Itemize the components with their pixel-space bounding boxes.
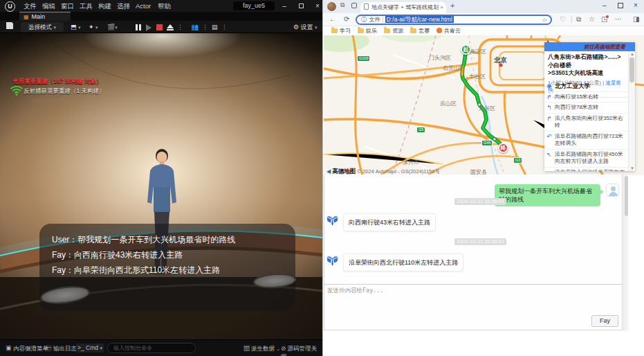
route-step[interactable]: ↗沿阜石路入口途经阜石路向东行驶377米向右前方行驶进入匝道: [544, 168, 628, 172]
ue-menu-select[interactable]: 选择: [117, 2, 130, 11]
favorite-star-icon[interactable]: ☆: [542, 17, 547, 24]
source-control-label: 源码管理关闭: [281, 345, 317, 356]
route-step[interactable]: ↱沿八角东街向南行驶352米右转: [544, 114, 628, 132]
ue-maximize-button[interactable]: [295, 1, 306, 10]
route-step[interactable]: ↱向南行驶15米右转: [544, 92, 628, 103]
route-end-marker[interactable]: 终: [498, 143, 508, 153]
cinematics-button[interactable]: 🎬▾: [107, 22, 118, 32]
route-start-marker[interactable]: 起: [461, 44, 471, 55]
tab-close-icon[interactable]: ×: [440, 2, 443, 13]
refresh-icon[interactable]: ⟳: [344, 15, 349, 23]
ue-menu-file[interactable]: 文件: [24, 2, 37, 11]
route-step[interactable]: ◉北方工业大学: [544, 81, 628, 92]
browser-tab-active[interactable]: 地点关键字 + 驾车路线规划 ×: [360, 2, 446, 13]
scroll-down-icon[interactable]: ▼: [629, 166, 635, 171]
multi-user-button[interactable]: 👥: [191, 22, 199, 32]
map-label-haidian: 海淀区: [470, 48, 486, 55]
amap-logo-icon: ◀: [326, 168, 331, 175]
derived-data-label: 派生数据: [251, 345, 275, 352]
chat-scrollbar[interactable]: [623, 175, 628, 330]
ue-menu-window[interactable]: 窗口: [61, 2, 74, 11]
route-step[interactable]: ↰向西行驶78米左转: [544, 103, 628, 114]
map-label-mentougou: 门头沟区: [429, 54, 451, 62]
route-summary-line2: >S3501大兴机场高速: [548, 69, 625, 78]
amap-map[interactable]: 北京 海淀区 门头沟区 石景山区 丰台区 房山区 大兴区 涿州市 固安县 G10…: [324, 35, 644, 175]
browser-close-button[interactable]: ×: [634, 1, 638, 9]
info-icon[interactable]: ⓘ: [361, 16, 367, 23]
url-text-selected[interactable]: D:/a-ai/导航/car-new.html: [385, 16, 454, 23]
profile-avatar[interactable]: [327, 2, 336, 11]
browser-minimize-button[interactable]: –: [602, 1, 607, 9]
unreal-editor-window: U 文件 编辑 窗口 工具 构建 选择 Actor 帮助 fay_ue5 – ×…: [0, 0, 322, 356]
ue-3d-viewport[interactable]: 光照需要重建（167 未构建 对象） 反射捕获需要重建（1 未构建） Disab…: [0, 33, 322, 339]
browser-essentials-icon[interactable]: ♡: [560, 15, 566, 23]
multi-user-options-menu[interactable]: ⋮: [202, 22, 208, 32]
ue-toolbar: 选择模式 ▾ ⬒ ▾ ✦ ▾ 🎬▾ ⋮ 👥 ⋮ ▤ ⋮ ⚙ 设置 ▾: [0, 21, 322, 33]
ue-close-button[interactable]: ×: [312, 1, 323, 10]
open-amap-link[interactable]: 前往高德地图查看: [544, 42, 635, 51]
favorites-list-icon[interactable]: ☆: [589, 15, 595, 23]
ue-menu-actor[interactable]: Actor: [136, 2, 151, 10]
address-bar[interactable]: ⓘ 文件 | D:/a-ai/导航/car-new.html ☆: [356, 15, 552, 25]
bookmark-study[interactable]: 学习: [331, 27, 351, 35]
folder-icon: [331, 28, 338, 33]
ue-menu-build[interactable]: 构建: [98, 2, 111, 11]
ue-tab-main[interactable]: ▦Main: [19, 12, 71, 21]
sidebar-toggle-icon[interactable]: ◨: [633, 15, 639, 23]
unreal-logo-icon[interactable]: U: [5, 1, 15, 12]
ue-menu-tools[interactable]: 工具: [80, 2, 93, 11]
lighting-rebuild-warning: 光照需要重建（167 未构建 对象）: [12, 78, 102, 86]
bot-message-bubble: 向西南行驶43米右转进入主路: [343, 213, 436, 231]
route-summary-line1: 八角东街>阜石路辅路>......>小白楼桥: [548, 53, 625, 69]
route-step[interactable]: ↶沿阜石路辅路向西行驶723米左转调头: [544, 132, 628, 150]
save-button[interactable]: [6, 22, 13, 32]
folder-icon: [358, 28, 364, 33]
frame-skip-button[interactable]: [146, 22, 151, 32]
bookmark-resources[interactable]: 资源: [384, 27, 403, 35]
panel-scroll-thumb[interactable]: [629, 57, 634, 82]
ue-tab-row: ▦Main: [0, 12, 322, 21]
bookmark-gongqingyun[interactable]: 共青云: [436, 27, 461, 35]
select-mode-dropdown[interactable]: 选择模式 ▾: [21, 22, 64, 32]
bookmark-contest[interactable]: 竞赛: [410, 27, 430, 35]
console-command-input[interactable]: [107, 343, 196, 353]
chat-message-input[interactable]: [324, 285, 620, 312]
source-control-button[interactable]: ⊘ 源码管理关闭: [281, 344, 322, 356]
extensions-icon[interactable]: ◳: [601, 15, 607, 23]
more-menu-icon[interactable]: ⋯: [615, 15, 622, 23]
platforms-options-menu[interactable]: ⋮: [221, 22, 228, 32]
ue-minimize-button[interactable]: –: [279, 1, 290, 10]
settings-dropdown[interactable]: ⚙ 设置 ▾: [293, 22, 318, 32]
stop-button[interactable]: [156, 22, 163, 32]
panel-scrollbar[interactable]: ▲ ▼: [628, 51, 635, 171]
cmd-dropdown[interactable]: >_ Cmd ▾: [76, 344, 104, 353]
new-tab-button[interactable]: +: [450, 1, 454, 10]
output-log-button[interactable]: ▤ 输出日志: [46, 344, 77, 353]
send-button[interactable]: Fay: [591, 315, 618, 327]
split-screen-icon[interactable]: ⧉: [576, 15, 581, 24]
derived-data-button[interactable]: ▦ 派生数据 ⌄: [243, 344, 280, 353]
workspaces-icon[interactable]: ⧉: [340, 1, 344, 9]
tab-actions-icon[interactable]: [351, 3, 357, 8]
add-actor-button[interactable]: ⬒ ▾: [71, 22, 81, 32]
pause-button[interactable]: [136, 22, 142, 32]
ue-tab-main-label: Main: [32, 13, 46, 20]
ue-menu-help[interactable]: 帮助: [158, 2, 171, 11]
u-turn-icon: ↶: [546, 133, 555, 148]
scroll-up-icon[interactable]: ▲: [629, 51, 635, 57]
back-icon[interactable]: ←: [329, 15, 336, 23]
chat-scroll-thumb[interactable]: [625, 176, 628, 216]
map-label-beijing: 北京: [494, 56, 507, 65]
level-icon: ▦: [24, 14, 29, 20]
chat-container: 帮我规划一条开车到大兴机场最省时的路线 2024-10-11 15:36:01 …: [324, 175, 623, 330]
ue-menu-edit[interactable]: 编辑: [42, 2, 55, 11]
platforms-button[interactable]: ▤: [212, 22, 218, 32]
browser-maximize-button[interactable]: [618, 3, 623, 8]
route-step[interactable]: ↖沿阜石路辅路向东行驶450米向左前方行驶进入主路: [544, 150, 628, 168]
turn-left-icon: ↰: [546, 104, 555, 112]
bookmark-entertainment[interactable]: 娱乐: [358, 27, 377, 35]
eject-button[interactable]: [167, 22, 174, 32]
blueprints-button[interactable]: ✦ ▾: [89, 22, 98, 32]
content-drawer-button[interactable]: ▣ 内容侧滑菜单: [6, 344, 48, 353]
play-options-menu[interactable]: ⋮: [177, 22, 183, 32]
